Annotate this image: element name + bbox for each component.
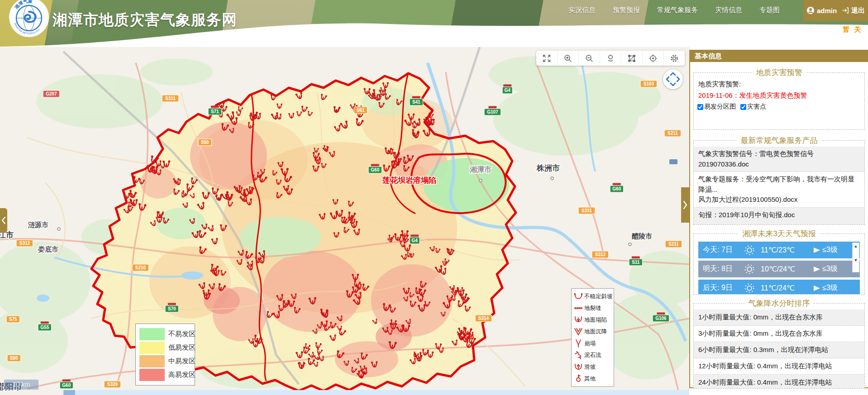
disaster-points-checkbox[interactable] [740, 104, 746, 110]
rainfall-ranking-panel: 气象降水分时排序 1小时雨量最大值: 0mm，出现在合东水库 3小时雨量最大值:… [693, 298, 865, 389]
sunny-icon [744, 282, 755, 294]
sunny-icon [744, 263, 755, 275]
rain-ranking-item: 3小时雨量最大值: 0mm，出现在合东水库 [694, 326, 864, 342]
app-root: 湘潭气象 XIANGTAN METEOROLOGY 湘潭市地质灾害气象服务网 实… [0, 0, 868, 395]
logout-icon[interactable] [842, 7, 849, 14]
forecast-scrollbar[interactable]: ▲ ▼ [852, 243, 859, 272]
site-title: 湘潭市地质灾害气象服务网 [52, 10, 237, 30]
svg-text:G60: G60 [371, 167, 379, 172]
road-shield: S312 [16, 240, 33, 247]
scroll-up-icon[interactable]: ▲ [854, 244, 858, 248]
map-toolbar [536, 51, 685, 66]
location-marker-icon[interactable] [600, 51, 621, 66]
nav-item-thematic-map[interactable]: 专题图 [759, 6, 780, 14]
other-icon [573, 374, 583, 384]
rockfall-icon [573, 338, 583, 348]
bottom-panel-toggle-button[interactable] [63, 390, 75, 395]
susceptibility-checkbox[interactable] [697, 104, 703, 110]
karst-collapse-label: 莲花坝岩溶塌陷 [382, 176, 436, 185]
nav-item-disaster-info[interactable]: 灾情信息 [715, 6, 742, 14]
zone-legend-row: 不易发区 [139, 328, 191, 340]
road-shield: S11 [629, 257, 643, 266]
polygon-select-icon[interactable] [621, 51, 643, 66]
svg-text:S331: S331 [582, 208, 592, 213]
road-shield: S211 [664, 130, 681, 137]
rain-ranking-item: 24小时雨量最大值: 0.4mm，出现在洋潭电站 [694, 375, 864, 389]
rain-panel-title: 气象降水分时排序 [745, 298, 814, 309]
svg-text:G106: G106 [655, 316, 667, 321]
road-shield: S331 [578, 207, 595, 214]
fullscreen-icon[interactable] [536, 51, 558, 66]
road-shield: G60 [610, 183, 624, 193]
land-subsidence-icon [573, 327, 583, 337]
scroll-down-icon[interactable]: ▼ [854, 258, 858, 262]
unstable-slope-icon [573, 291, 583, 301]
zone-legend-row: 高易发区 [139, 369, 191, 381]
bottom-collapsed-panel[interactable] [63, 390, 689, 395]
road-shield: G4 [410, 235, 420, 244]
username: admin [817, 7, 837, 14]
city-label: 株洲市 [536, 164, 560, 172]
wind-direction-icon [813, 247, 820, 253]
svg-text:S312: S312 [19, 241, 30, 246]
sidebar-collapse-tab[interactable] [681, 187, 689, 223]
product-doc-link[interactable]: 旬报：2019年10月中旬旬报.doc [694, 208, 864, 225]
svg-text:S11: S11 [632, 260, 640, 265]
warning-alert-text: 2019-11-06：发生地质灾害黄色预警 [698, 91, 860, 100]
svg-text:S103: S103 [644, 81, 654, 86]
locate-crosshair-icon[interactable] [643, 51, 664, 66]
latest-products-panel: 最新常规气象服务产品 气象灾害预警信号：雷电黄色预警信号2019070336.d… [693, 135, 865, 225]
warning-panel-title: 地质灾害预警 [753, 67, 806, 78]
nav-item-warning-forecast[interactable]: 预警预报 [613, 6, 640, 14]
map-scale-bar: 10 km [4, 379, 39, 390]
svg-text:S75: S75 [9, 317, 17, 322]
svg-text:G4: G4 [412, 238, 418, 243]
zoom-in-icon[interactable] [558, 51, 579, 66]
nav-item-regular-service[interactable]: 常规气象服务 [657, 6, 698, 14]
wind-direction-icon [813, 285, 820, 291]
warning-label: 地质灾害预警: [698, 80, 860, 89]
road-shield: S103 [640, 81, 657, 87]
zone-swatch-low [139, 342, 165, 354]
map-mini-button[interactable] [669, 159, 677, 164]
settings-gear-icon[interactable] [664, 51, 685, 66]
nav-item-live-info[interactable]: 实况信息 [568, 6, 596, 14]
marquee-text: 暂 关 [843, 25, 862, 34]
rain-ranking-item: 1小时雨量最大值: 0mm，出现在合东水库 [694, 309, 864, 326]
products-panel-title: 最新常规气象服务产品 [737, 135, 821, 146]
forecast-panel-title: 湘潭未来3天天气预报 [739, 228, 819, 239]
zone-legend-row: 中易发区 [139, 355, 191, 367]
layer-toggle-disaster-points[interactable]: 灾害点 [740, 103, 766, 111]
wind-direction-icon [813, 266, 820, 272]
xiangtan-meteorology-logo: 湘潭气象 XIANGTAN METEOROLOGY [8, 0, 50, 40]
city-label: 娄底市 [38, 245, 58, 253]
main-nav: 实况信息 预警预报 常规气象服务 灾情信息 专题图 [568, 6, 780, 14]
zone-legend: 不易发区 低易发区 中易发区 高易发区 [135, 324, 195, 385]
layer-toggle-susceptibility[interactable]: 易发分区图 [697, 103, 736, 111]
svg-text:S61: S61 [357, 108, 365, 113]
svg-text:S210: S210 [135, 265, 146, 270]
forecast-row-day-after: 后天: 9日 11℃/24℃ ≤3级 [698, 280, 860, 295]
zoom-out-icon[interactable] [579, 51, 600, 66]
road-shield: S75 [6, 316, 20, 323]
map-pan-control[interactable] [663, 69, 683, 90]
map-canvas[interactable]: G207S311S71S50S61S41G4G107S103S211G60G4S… [0, 47, 689, 395]
forecast-panel: 湘潭未来3天天气预报 今天: 7日 11℃/23℃ ≤3级 明天: 8日 10℃… [693, 228, 865, 295]
pan-left-icon [667, 77, 669, 81]
forecast-row-tomorrow: 明天: 8日 10℃/24℃ ≤3级 [698, 261, 860, 277]
disaster-type-legend: 不稳定斜坡 地裂缝 地面塌陷 地面沉降 崩塌 泥石流 滑坡 其他 [571, 288, 614, 387]
svg-text:S211: S211 [668, 131, 678, 136]
zone-swatch-low-risk [139, 328, 165, 340]
left-panel-collapse-tab[interactable] [0, 208, 7, 233]
svg-text:G107: G107 [487, 109, 498, 114]
road-shield: S211 [665, 241, 682, 247]
road-shield: S311 [162, 95, 179, 102]
product-doc-link[interactable]: 气象灾害预警信号：雷电黄色预警信号2019070336.doc [694, 147, 864, 172]
svg-text:S70: S70 [168, 306, 176, 311]
svg-text:G60: G60 [62, 383, 71, 388]
svg-text:G4: G4 [505, 88, 511, 93]
road-shield: S339 [104, 381, 121, 388]
logout-button[interactable]: 退出 [851, 6, 865, 15]
product-doc-link[interactable]: 气象专题服务：受冷空气南下影响，我市有一次明显降温... 风力加大过程(2019… [694, 172, 864, 208]
svg-text:S314: S314 [478, 316, 489, 321]
